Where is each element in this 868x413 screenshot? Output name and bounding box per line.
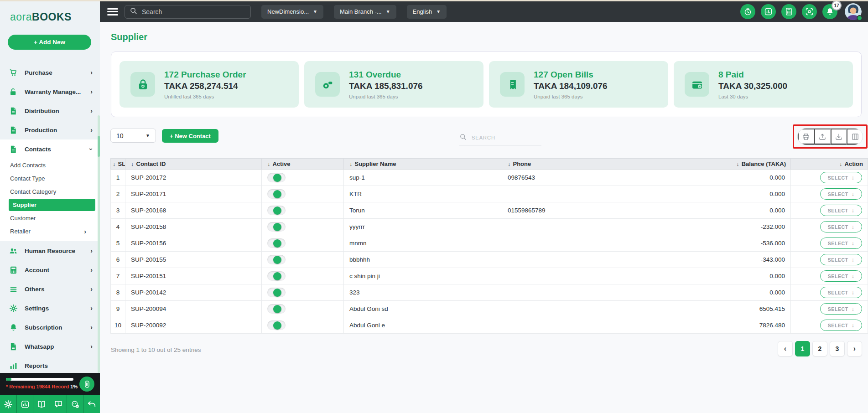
cell-active [262,202,344,219]
undo-toolbar-button[interactable] [83,395,100,413]
chevron-right-icon: › [90,266,93,274]
active-toggle[interactable] [267,288,286,297]
sidebar-item-contacts[interactable]: Contacts› [0,139,100,159]
select-action-button[interactable]: SELECT↓ [820,303,862,315]
gear-icon [9,304,18,313]
active-toggle[interactable] [267,271,286,281]
calco-button[interactable] [781,4,796,19]
download-button[interactable] [831,129,847,145]
gear-toolbar-button[interactable] [0,395,17,413]
topbar-dropdown-english[interactable]: English▼ [407,5,447,19]
sidebar-item-production[interactable]: Production› [0,120,100,139]
active-toggle[interactable] [267,238,286,248]
help-toolbar-button[interactable]: ? [50,395,67,413]
chartsq-toolbar-button[interactable] [17,395,34,413]
sidebar-item-distribution[interactable]: Distribution› [0,101,100,120]
active-toggle[interactable] [267,173,286,182]
table-search[interactable] [459,130,541,145]
select-action-button[interactable]: SELECT↓ [820,237,862,249]
new-contact-button[interactable]: + New Contact [162,129,218,143]
column-header-active[interactable]: ↓Active [262,159,344,170]
pagination-page-3[interactable]: 3 [830,341,845,356]
sidebar-subitem-retailer[interactable]: Retailer› [10,225,100,238]
book-toolbar-button[interactable] [33,395,50,413]
quota-percent: 1% [70,384,78,389]
sidebar-scrollbar[interactable] [98,115,100,373]
sidebar-item-subscription[interactable]: Subscription› [0,318,100,337]
sidebar-subitem-contact-type[interactable]: Contact Type [10,172,100,185]
pagination-page-2[interactable]: 2 [812,341,827,356]
sidebar-subitem-add-contacts[interactable]: Add Contacts [10,159,100,172]
sidebar-item-purchase[interactable]: Purchase› [0,63,100,82]
timer-button[interactable] [740,4,755,19]
select-action-button[interactable]: SELECT↓ [820,270,862,282]
search-icon [459,133,467,143]
columns-button[interactable] [847,129,863,145]
cell-contact-id: SUP-200151 [125,268,262,284]
stat-card-amount: TAKA 184,109.076 [534,81,608,91]
active-toggle[interactable] [267,222,286,232]
column-header-phone[interactable]: ↓Phone [502,159,626,170]
cell-supplier-name: KTR [344,186,502,202]
chevron-down-icon: ↓ [852,224,855,230]
add-new-button[interactable]: + Add New [8,35,91,50]
active-toggle[interactable] [267,255,286,264]
column-header-sl[interactable]: ↓SL [111,159,125,170]
sidebar-subitem-supplier[interactable]: Supplier [9,199,95,211]
sidebar-item-warranty-manage[interactable]: Warranty Manage...› [0,82,100,101]
table-search-input[interactable] [472,135,541,140]
topbar-dropdown-main-branch[interactable]: Main Branch -...▼ [334,5,396,19]
active-toggle[interactable] [267,320,286,330]
pagination-page-1[interactable]: 1 [795,341,810,356]
topbar-dropdown-newdimensio[interactable]: NewDimensio...▼ [261,5,323,19]
active-toggle[interactable] [267,189,286,199]
table-row: 2SUP-200171KTR0.000SELECT↓ [111,186,868,202]
table-row: 8SUP-2001423230.000SELECT↓ [111,284,868,301]
column-header-action[interactable]: ↓Action [791,159,868,170]
column-header-supplier-name[interactable]: ↓Supplier Name [344,159,502,170]
page-size-select[interactable]: 10 ▼ [110,129,156,143]
select-action-button[interactable]: SELECT↓ [820,172,862,183]
active-toggle[interactable] [267,304,286,314]
sidebar-scrollbar-thumb[interactable] [98,136,100,157]
table-row: 4SUP-200158yyyrrr-232.000SELECT↓ [111,219,868,235]
pagination-prev-button[interactable]: ‹ [778,341,793,356]
select-action-button[interactable]: SELECT↓ [820,221,862,232]
sidebar-subitem-contact-category[interactable]: Contact Category [10,185,100,198]
select-action-button[interactable]: SELECT↓ [820,205,862,216]
bell-button[interactable]: 17 [822,4,837,19]
sidebar-item-account[interactable]: Account› [0,260,100,279]
user-avatar[interactable] [845,3,862,20]
cell-phone [502,301,626,317]
sidebar-item-whatsapp[interactable]: Whatsapp› [0,337,100,356]
sidebar-item-human-resource[interactable]: Human Resource› [0,241,100,260]
cell-sl: 2 [111,186,125,202]
scan-button[interactable] [802,4,817,19]
printer-button[interactable] [798,129,814,145]
sidebar-item-others[interactable]: Others› [0,279,100,299]
sidebar-subitem-customer[interactable]: Customer [10,212,100,225]
cell-sl: 4 [111,219,125,235]
active-toggle[interactable] [267,206,286,215]
cell-supplier-name: Abdul Goni sd [344,301,502,317]
column-header-contact-id[interactable]: ↓Contact ID [125,159,262,170]
hamburger-menu-icon[interactable] [107,8,118,15]
chartsq-button[interactable] [761,4,776,19]
select-action-button[interactable]: SELECT↓ [820,254,862,265]
upload-button[interactable] [814,129,831,145]
column-header-balance-taka[interactable]: ↓Balance (TAKA) [626,159,791,170]
global-search[interactable] [125,5,251,19]
select-action-button[interactable]: SELECT↓ [820,320,862,331]
sidebar-item-settings[interactable]: Settings› [0,299,100,318]
pagination-next-button[interactable]: › [847,341,862,356]
cell-phone [502,235,626,252]
cell-supplier-name: 323 [344,284,502,301]
sidebar-item-reports[interactable]: Reports [0,356,100,375]
support-toolbar-button[interactable] [67,395,84,413]
select-action-button[interactable]: SELECT↓ [820,188,862,200]
global-search-input[interactable] [142,8,246,15]
quota-settings-button[interactable] [79,377,94,392]
unlock-icon [9,88,18,96]
select-action-button[interactable]: SELECT↓ [820,287,862,298]
app-logo: aoraBOOKS [10,11,72,23]
